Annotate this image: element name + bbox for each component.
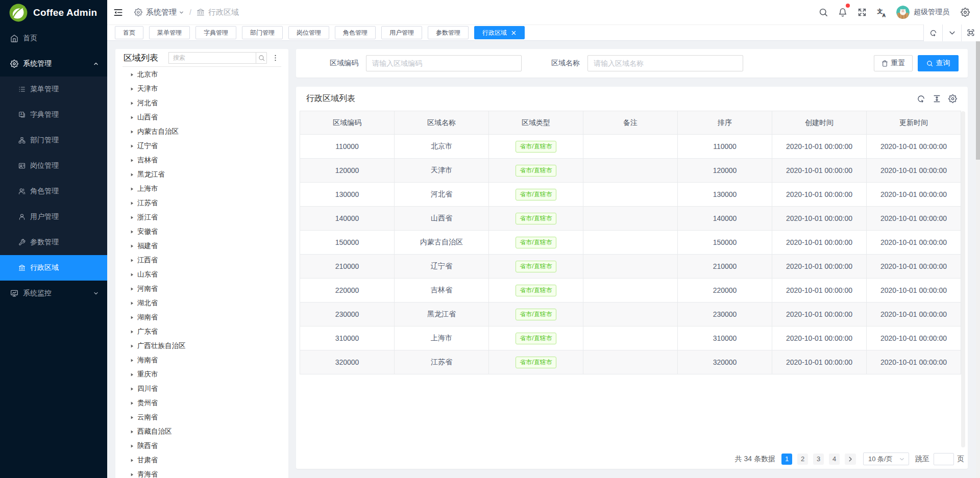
caret-right-icon[interactable] [127, 229, 137, 235]
tree-node[interactable]: 山西省 [122, 110, 281, 124]
tree-node[interactable]: 河南省 [122, 282, 281, 296]
caret-right-icon[interactable] [127, 215, 137, 220]
tree-more-button[interactable] [270, 54, 280, 62]
table-row[interactable]: 140000山西省省市/直辖市1400002020-10-01 00:00:00… [300, 207, 961, 231]
table-row[interactable]: 320000江苏省省市/直辖市3200002020-10-01 00:00:00… [300, 350, 961, 374]
caret-right-icon[interactable] [127, 272, 137, 278]
region-name-input[interactable] [587, 55, 743, 71]
table-row[interactable]: 150000内蒙古自治区省市/直辖市1500002020-10-01 00:00… [300, 231, 961, 255]
breadcrumb-first[interactable]: 系统管理 [146, 8, 177, 17]
fullscreen-button[interactable] [852, 0, 872, 24]
caret-right-icon[interactable] [127, 458, 137, 463]
tab-parameter-management[interactable]: 参数管理 [428, 26, 469, 39]
caret-right-icon[interactable] [127, 158, 137, 163]
app-logo[interactable]: Coffee Admin [0, 0, 107, 26]
sidebar-item-parameter-management[interactable]: 参数管理 [0, 230, 107, 255]
table-row[interactable]: 210000辽宁省省市/直辖市2100002020-10-01 00:00:00… [300, 255, 961, 279]
tab-menu-management[interactable]: 菜单管理 [149, 26, 190, 39]
caret-right-icon[interactable] [127, 172, 137, 178]
tab-role-management[interactable]: 角色管理 [335, 26, 376, 39]
caret-right-icon[interactable] [127, 386, 137, 392]
tree-node[interactable]: 河北省 [122, 96, 281, 110]
table-row[interactable]: 310000上海市省市/直辖市3100002020-10-01 00:00:00… [300, 326, 961, 350]
page-button[interactable]: 3 [813, 454, 824, 465]
tree-node[interactable]: 陕西省 [122, 439, 281, 453]
tree-node[interactable]: 吉林省 [122, 153, 281, 167]
tree-node[interactable]: 青海省 [122, 467, 281, 478]
sidebar-item-post-management[interactable]: 岗位管理 [0, 153, 107, 179]
tab-user-management[interactable]: 用户管理 [381, 26, 422, 39]
caret-right-icon[interactable] [127, 143, 137, 149]
sidebar-item-system-management[interactable]: 系统管理 [0, 51, 107, 77]
tree-search-button[interactable] [256, 52, 267, 64]
tree-node[interactable]: 重庆市 [122, 367, 281, 382]
tab-home[interactable]: 首页 [115, 26, 143, 39]
caret-right-icon[interactable] [127, 429, 137, 435]
tree-node[interactable]: 天津市 [122, 82, 281, 96]
page-size-select[interactable]: 10 条/页 [863, 452, 909, 465]
tree-node[interactable]: 山东省 [122, 267, 281, 282]
caret-right-icon[interactable] [127, 186, 137, 192]
sidebar-item-menu-management[interactable]: 菜单管理 [0, 77, 107, 102]
caret-right-icon[interactable] [127, 415, 137, 420]
tree-node[interactable]: 江西省 [122, 253, 281, 267]
tree-node[interactable]: 安徽省 [122, 224, 281, 239]
table-row[interactable]: 220000吉林省省市/直辖市2200002020-10-01 00:00:00… [300, 279, 961, 303]
tree-node[interactable]: 广西壮族自治区 [122, 339, 281, 353]
tree-node[interactable]: 湖南省 [122, 310, 281, 324]
caret-right-icon[interactable] [127, 472, 137, 477]
tree-node[interactable]: 上海市 [122, 182, 281, 196]
settings-button[interactable] [958, 0, 973, 24]
header-search-button[interactable] [814, 0, 833, 24]
caret-right-icon[interactable] [127, 243, 137, 249]
next-page-button[interactable] [845, 454, 856, 465]
caret-right-icon[interactable] [127, 200, 137, 206]
sidebar-item-department-management[interactable]: 部门管理 [0, 128, 107, 153]
tree-node[interactable]: 西藏自治区 [122, 424, 281, 439]
caret-right-icon[interactable] [127, 315, 137, 320]
tabs-maximize-button[interactable] [961, 24, 980, 41]
tree-node[interactable]: 海南省 [122, 353, 281, 367]
tree-node[interactable]: 广东省 [122, 324, 281, 339]
tabs-refresh-button[interactable] [923, 24, 942, 41]
page-button[interactable]: 1 [781, 454, 792, 465]
table-refresh-icon[interactable] [917, 94, 925, 103]
tree-node[interactable]: 福建省 [122, 239, 281, 253]
tree-node[interactable]: 四川省 [122, 382, 281, 396]
caret-right-icon[interactable] [127, 443, 137, 449]
tab-post-management[interactable]: 岗位管理 [288, 26, 329, 39]
tab-close-icon[interactable] [511, 30, 517, 36]
column-height-icon[interactable] [933, 94, 941, 103]
tree-node[interactable]: 甘肃省 [122, 453, 281, 467]
table-row[interactable]: 120000天津市省市/直辖市1200002020-10-01 00:00:00… [300, 159, 961, 183]
caret-right-icon[interactable] [127, 343, 137, 349]
caret-right-icon[interactable] [127, 86, 137, 92]
notification-button[interactable] [833, 0, 852, 24]
tree-node[interactable]: 北京市 [122, 67, 281, 82]
tree-node[interactable]: 江苏省 [122, 196, 281, 210]
caret-right-icon[interactable] [127, 286, 137, 292]
menu-fold-icon[interactable] [113, 8, 123, 17]
page-button[interactable]: 2 [797, 454, 808, 465]
table-row[interactable]: 230000黑龙江省省市/直辖市2300002020-10-01 00:00:0… [300, 303, 961, 326]
table-row[interactable]: 130000河北省省市/直辖市1300002020-10-01 00:00:00… [300, 183, 961, 207]
tab-dictionary-management[interactable]: 字典管理 [195, 26, 236, 39]
tree-node[interactable]: 黑龙江省 [122, 167, 281, 182]
user-avatar[interactable] [896, 6, 910, 19]
sidebar-item-user-management[interactable]: 用户管理 [0, 204, 107, 230]
tree-node[interactable]: 辽宁省 [122, 139, 281, 153]
caret-right-icon[interactable] [127, 300, 137, 306]
sidebar-item-home[interactable]: 首页 [0, 26, 107, 51]
tree-node[interactable]: 内蒙古自治区 [122, 124, 281, 139]
tree-node[interactable]: 湖北省 [122, 296, 281, 310]
caret-right-icon[interactable] [127, 358, 137, 363]
jump-page-input[interactable] [934, 453, 954, 465]
table-settings-icon[interactable] [948, 94, 957, 103]
tab-administrative-region[interactable]: 行政区域 [474, 26, 525, 39]
caret-right-icon[interactable] [127, 100, 137, 106]
tree-node[interactable]: 贵州省 [122, 396, 281, 410]
tree-node[interactable]: 浙江省 [122, 210, 281, 224]
sidebar-item-role-management[interactable]: 角色管理 [0, 179, 107, 204]
language-button[interactable]: 文A [872, 0, 891, 24]
sidebar-item-system-monitor[interactable]: 系统监控 [0, 281, 107, 306]
